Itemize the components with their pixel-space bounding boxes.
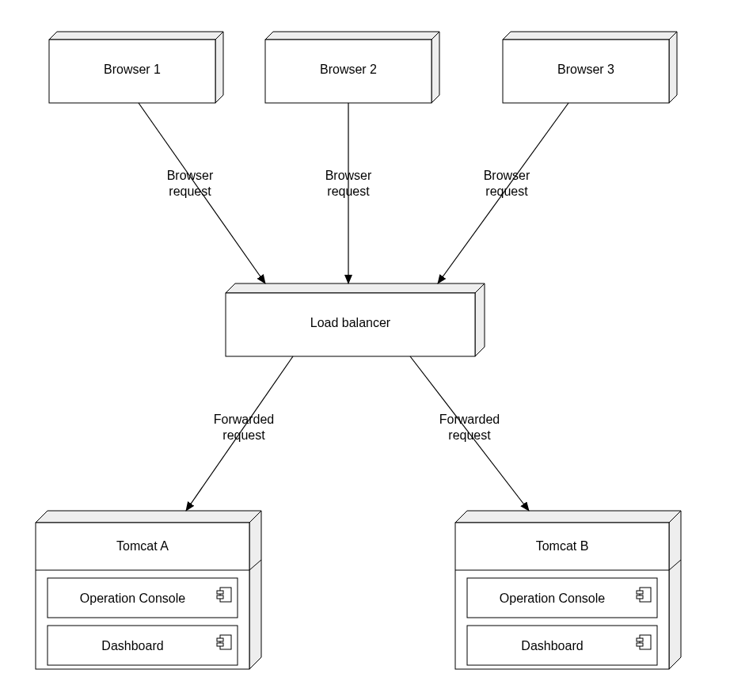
label-edge-browser-request-3: Browser request	[475, 168, 538, 200]
svg-marker-3	[265, 32, 439, 40]
label-dashboard-b: Dashboard	[467, 638, 637, 654]
label-op-console-b: Operation Console	[467, 591, 637, 607]
deployment-diagram: Browser 1 Browser 2 Browser 3 Load balan…	[0, 0, 730, 700]
svg-rect-32	[640, 588, 651, 602]
svg-rect-33	[637, 591, 643, 594]
label-browser-1: Browser 1	[49, 62, 215, 78]
label-edge-browser-request-1: Browser request	[158, 168, 222, 200]
label-edge-browser-request-2: Browser request	[317, 168, 380, 200]
svg-rect-20	[217, 591, 223, 594]
svg-marker-26	[669, 511, 681, 669]
label-tomcat-a: Tomcat A	[36, 538, 249, 554]
svg-rect-22	[220, 635, 231, 649]
svg-marker-9	[226, 283, 485, 293]
label-edge-forwarded-request-2: Forwarded request	[430, 412, 509, 443]
label-tomcat-b: Tomcat B	[455, 538, 669, 554]
svg-rect-19	[220, 588, 231, 602]
label-browser-3: Browser 3	[503, 62, 669, 78]
svg-marker-6	[503, 32, 677, 40]
label-dashboard-a: Dashboard	[48, 638, 218, 654]
svg-marker-13	[249, 511, 261, 669]
svg-rect-21	[217, 595, 223, 599]
svg-marker-12	[36, 511, 261, 523]
svg-rect-37	[637, 643, 643, 646]
label-browser-2: Browser 2	[265, 62, 432, 78]
label-load-balancer: Load balancer	[226, 315, 475, 331]
svg-rect-24	[217, 643, 223, 646]
svg-rect-34	[637, 595, 643, 599]
svg-rect-35	[640, 635, 651, 649]
svg-rect-23	[217, 638, 223, 641]
svg-marker-4	[432, 32, 439, 103]
svg-marker-1	[215, 32, 223, 103]
svg-marker-25	[455, 511, 681, 523]
svg-rect-36	[637, 638, 643, 641]
label-edge-forwarded-request-1: Forwarded request	[204, 412, 283, 443]
label-op-console-a: Operation Console	[48, 591, 218, 607]
svg-marker-10	[475, 283, 485, 356]
svg-marker-0	[49, 32, 223, 40]
svg-marker-7	[669, 32, 677, 103]
